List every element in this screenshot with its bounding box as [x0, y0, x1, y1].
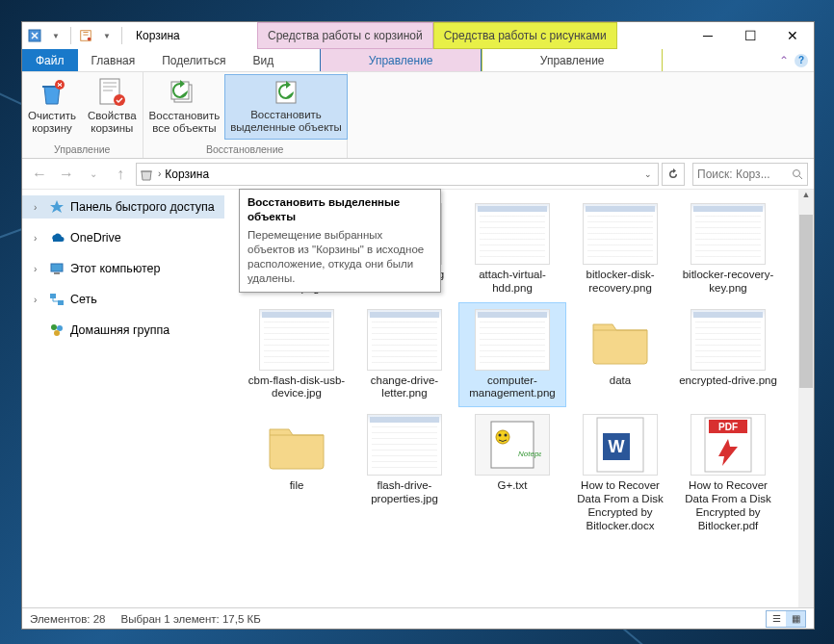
manage-tab-pictures[interactable]: Управление: [482, 49, 663, 71]
file-name-label: bitlocker-disk-recovery.png: [571, 269, 669, 296]
close-button[interactable]: ✕: [771, 22, 814, 49]
file-tab[interactable]: Файл: [22, 49, 78, 71]
file-item[interactable]: encrypted-drive.png: [675, 303, 781, 407]
scroll-thumb[interactable]: [799, 215, 813, 388]
manage-tab-recycle[interactable]: Управление: [320, 49, 482, 71]
file-name-label: bitlocker-recovery-key.png: [679, 269, 777, 296]
maximize-button[interactable]: ☐: [729, 22, 771, 49]
file-item[interactable]: PDFHow to Recover Data From a Disk Encry…: [675, 408, 781, 538]
navigation-pane: › Панель быстрого доступа › OneDrive › Э…: [22, 190, 224, 607]
file-thumbnail: [367, 414, 442, 476]
address-dropdown-icon[interactable]: ⌄: [639, 169, 656, 179]
file-name-label: flash-drive-properties.jpg: [355, 479, 454, 506]
qat-dropdown-2-icon[interactable]: ▼: [98, 27, 116, 44]
ribbon-group-management: Очистить корзину Свойства корзины Управл…: [22, 72, 143, 158]
file-item[interactable]: computer-management.png: [459, 303, 565, 407]
file-item[interactable]: WHow to Recover Data From a Disk Encrypt…: [567, 408, 673, 538]
scroll-up-icon[interactable]: ▲: [798, 190, 814, 199]
svg-rect-12: [50, 294, 56, 298]
navigation-bar: ← → ⌄ ↑ › Корзина ⌄ Поиск: Корз...: [22, 159, 814, 190]
properties-icon[interactable]: [77, 27, 94, 44]
status-item-count: Элементов: 28: [30, 613, 105, 625]
sidebar-item-quickaccess[interactable]: › Панель быстрого доступа: [22, 195, 224, 219]
qat-dropdown-icon[interactable]: ▼: [47, 27, 65, 44]
sidebar-item-network[interactable]: › Сеть: [22, 288, 224, 311]
file-thumbnail: [259, 414, 334, 476]
file-item[interactable]: data: [567, 303, 673, 407]
chevron-right-icon[interactable]: ›: [34, 264, 37, 274]
quick-access-toolbar: ▼ ▼: [22, 22, 128, 49]
history-dropdown[interactable]: ⌄: [82, 163, 105, 186]
minimize-button[interactable]: ─: [687, 22, 729, 49]
refresh-button[interactable]: [662, 163, 685, 186]
svg-rect-11: [54, 272, 60, 274]
file-item[interactable]: bitlocker-recovery-key.png: [675, 197, 781, 301]
icons-view-button[interactable]: ▦: [786, 611, 805, 627]
file-item[interactable]: change-drive-letter.png: [352, 303, 457, 407]
star-icon: [49, 199, 65, 215]
svg-text:PDF: PDF: [718, 422, 738, 432]
empty-recycle-button[interactable]: Очистить корзину: [22, 75, 82, 139]
back-button[interactable]: ←: [28, 163, 51, 186]
file-item[interactable]: cbm-flash-disk-usb-device.jpg: [244, 303, 350, 407]
context-tab-pictures[interactable]: Средства работы с рисунками: [433, 22, 617, 49]
file-thumbnail: [691, 309, 766, 371]
status-bar: Элементов: 28 Выбран 1 элемент: 17,5 КБ …: [22, 607, 814, 629]
forward-button[interactable]: →: [55, 163, 78, 186]
svg-point-14: [51, 324, 57, 330]
network-icon: [49, 292, 65, 307]
ribbon-tabs: Файл Главная Поделиться Вид Управление У…: [22, 49, 814, 72]
file-item[interactable]: flash-drive-properties.jpg: [352, 408, 457, 538]
view-mode-toggle: ☰ ▦: [766, 610, 806, 628]
collapse-ribbon-icon[interactable]: ⌃: [779, 54, 789, 67]
up-button[interactable]: ↑: [109, 163, 132, 186]
sidebar-item-onedrive[interactable]: › OneDrive: [22, 226, 224, 249]
svg-rect-10: [51, 264, 63, 271]
file-item[interactable]: bitlocker-disk-recovery.png: [567, 197, 673, 301]
location-icon: [139, 167, 154, 182]
chevron-right-icon[interactable]: ›: [34, 233, 37, 244]
sidebar-item-thispc[interactable]: › Этот компьютер: [22, 257, 224, 280]
status-selection: Выбран 1 элемент: 17,5 КБ: [120, 613, 260, 625]
homegroup-icon: [49, 322, 65, 338]
file-thumbnail: [583, 309, 658, 371]
chevron-right-icon[interactable]: ›: [34, 202, 37, 213]
svg-text:W: W: [609, 437, 625, 456]
file-thumbnail: [367, 309, 442, 371]
context-tab-headers: Средства работы с корзиной Средства рабо…: [257, 22, 617, 49]
onedrive-icon: [49, 230, 65, 245]
file-item[interactable]: attach-virtual-hdd.png: [459, 197, 565, 301]
recycle-properties-button[interactable]: Свойства корзины: [82, 75, 143, 139]
search-box[interactable]: Поиск: Корз...: [692, 163, 808, 186]
svg-point-15: [57, 325, 63, 331]
chevron-right-icon[interactable]: ›: [34, 295, 37, 305]
svg-text:Notepad++: Notepad++: [518, 450, 541, 458]
ribbon-group-label-2: Восстановление: [143, 142, 347, 158]
view-tab[interactable]: Вид: [239, 49, 287, 71]
sidebar-item-homegroup[interactable]: Домашняя группа: [22, 319, 224, 342]
file-name-label: encrypted-drive.png: [679, 374, 777, 388]
vertical-scrollbar[interactable]: ▲: [798, 190, 814, 607]
file-name-label: How to Recover Data From a Disk Encrypte…: [571, 479, 669, 532]
address-bar[interactable]: › Корзина ⌄: [136, 163, 659, 186]
home-tab[interactable]: Главная: [78, 49, 149, 71]
restore-all-button[interactable]: Восстановить все объекты: [143, 75, 226, 139]
context-tab-recycle[interactable]: Средства работы с корзиной: [257, 22, 433, 49]
file-thumbnail: W: [583, 414, 658, 476]
help-icon[interactable]: ?: [795, 54, 808, 67]
file-thumbnail: [691, 203, 766, 265]
svg-point-2: [88, 38, 91, 41]
file-name-label: G+.txt: [498, 479, 528, 493]
file-item[interactable]: file: [244, 408, 350, 538]
share-tab[interactable]: Поделиться: [148, 49, 239, 71]
ribbon-body: Очистить корзину Свойства корзины Управл…: [22, 72, 814, 159]
tooltip-title: Восстановить выделенные объекты: [248, 195, 432, 224]
restore-selected-button[interactable]: Восстановить выделенные объекты: [224, 74, 348, 140]
file-item[interactable]: Notepad++G+.txt: [459, 408, 565, 538]
file-thumbnail: [475, 203, 550, 265]
file-name-label: change-drive-letter.png: [355, 374, 454, 401]
address-chevron-icon[interactable]: ›: [158, 168, 161, 179]
file-thumbnail: [259, 309, 334, 371]
details-view-button[interactable]: ☰: [767, 611, 786, 627]
search-icon: [792, 168, 803, 180]
